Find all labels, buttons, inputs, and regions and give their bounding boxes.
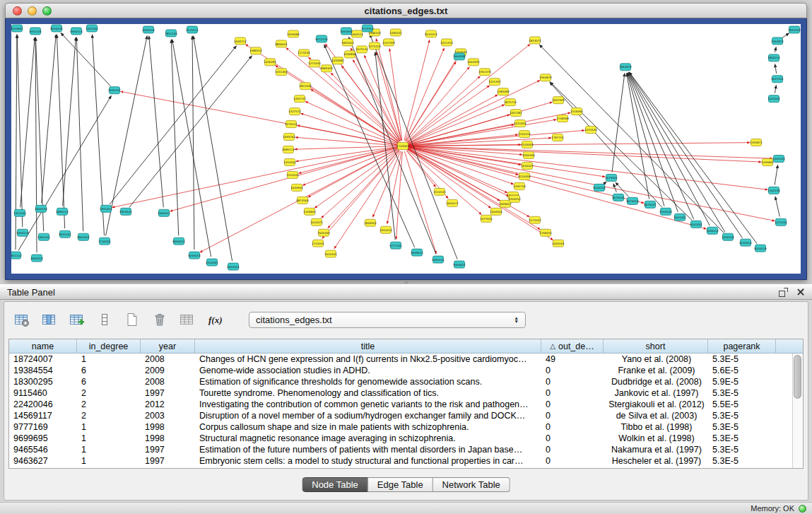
table-cell[interactable]: 5.3E-5	[708, 422, 776, 432]
table-cell[interactable]: 5.3E-5	[708, 445, 776, 455]
table-cell[interactable]: 5.9E-5	[708, 377, 776, 387]
table-cell[interactable]: Tourette syndrome. Phenomenology and cla…	[195, 388, 541, 398]
graph-node[interactable]: 1787751	[551, 134, 564, 141]
graph-node[interactable]: 1748508	[556, 115, 569, 122]
table-cell[interactable]: 9777169	[9, 422, 77, 432]
graph-node[interactable]: 9276141	[285, 121, 298, 128]
window-titlebar[interactable]: citations_edges.txt	[5, 3, 807, 18]
graph-node[interactable]: 1164416	[518, 131, 531, 138]
graph-node[interactable]: 1226281	[264, 59, 276, 66]
graph-node[interactable]: 8501221	[59, 230, 71, 238]
table-cell[interactable]: Franke et al. (2009)	[604, 366, 708, 375]
graph-node[interactable]: 1924501	[552, 240, 565, 247]
graph-node[interactable]: 9777131	[389, 242, 402, 249]
graph-node[interactable]: 1011254	[440, 39, 453, 46]
table-cell[interactable]: 0	[541, 388, 604, 398]
graph-node[interactable]: 1986012	[249, 47, 262, 54]
graph-node[interactable]: 1220081	[331, 57, 344, 64]
graph-node[interactable]: 1572247	[529, 216, 541, 223]
table-row[interactable]: 1938455462009Genome-wide association stu…	[9, 365, 803, 376]
table-cell[interactable]: Wolkin et al. (1998)	[604, 433, 708, 443]
table-row[interactable]: 977716911998Corpus callosum shape and si…	[9, 421, 803, 433]
table-cell[interactable]: 2008	[141, 377, 195, 387]
table-cell[interactable]: Genome-wide association studies in ADHD.	[195, 366, 541, 375]
minimize-button[interactable]	[28, 6, 37, 16]
graph-node[interactable]: 1194824	[303, 208, 316, 215]
graph-node[interactable]: 1664091	[467, 59, 480, 66]
graph-node[interactable]: 2610841	[11, 25, 23, 32]
graph-node[interactable]: 1173126	[298, 49, 310, 57]
table-cell[interactable]: 2	[77, 388, 141, 398]
graph-node[interactable]: 5951124	[29, 28, 42, 35]
graph-node[interactable]: 7742355	[98, 238, 111, 245]
table-row[interactable]: 2242004622012Investigating the contribut…	[9, 399, 803, 410]
table-cell[interactable]: 2008	[141, 354, 195, 364]
table-cell[interactable]: 6	[77, 366, 141, 375]
graph-node[interactable]: 5572312	[361, 25, 374, 32]
table-cell[interactable]: 0	[541, 445, 604, 455]
graph-node[interactable]: 9246014	[188, 252, 201, 259]
table-cell[interactable]: Estimation of the future numbers of pati…	[195, 445, 541, 455]
table-cell[interactable]: 1	[77, 445, 141, 455]
graph-node[interactable]: 1964874	[771, 37, 784, 45]
table-cell[interactable]: 1	[77, 422, 141, 432]
graph-node[interactable]: 1851030	[299, 83, 312, 90]
table-cell[interactable]: 0	[541, 399, 604, 409]
graph-node[interactable]: 1445103	[772, 155, 785, 162]
graph-node[interactable]: 1451264	[275, 69, 288, 76]
graph-node[interactable]: 9104150	[593, 184, 606, 191]
graph-node[interactable]: 9463627	[453, 261, 466, 268]
graph-node[interactable]: 9699614	[411, 249, 423, 256]
graph-node[interactable]: 1554162	[283, 158, 296, 165]
citation-network-graph[interactable]: 1724061185103012657311427512927614110937…	[11, 24, 801, 274]
table-cell[interactable]: 1997	[141, 388, 195, 398]
table-cell[interactable]: Corpus callosum shape and size in male p…	[195, 422, 541, 432]
column-header-short[interactable]: short	[604, 339, 708, 353]
graph-node[interactable]: 1221397	[488, 78, 501, 86]
table-row[interactable]: 946554611997Estimation of the future num…	[9, 444, 803, 455]
graph-node[interactable]: 1664090	[453, 53, 466, 60]
graph-node[interactable]: 1768455	[539, 229, 552, 236]
graph-node[interactable]: 1724061	[396, 143, 409, 150]
table-source-combobox[interactable]: citations_edges.txt ▲▼	[249, 312, 526, 328]
graph-node[interactable]: 1021504	[86, 25, 98, 32]
table-mode-icon[interactable]	[13, 310, 31, 329]
graph-node[interactable]: 1604477	[446, 199, 459, 206]
table-cell[interactable]: 49	[541, 354, 604, 364]
tab-edge-table[interactable]: Edge Table	[368, 477, 433, 492]
zoom-button[interactable]	[42, 6, 52, 16]
graph-node[interactable]: 1830022	[364, 219, 377, 226]
table-cell[interactable]: 0	[541, 433, 604, 443]
graph-node[interactable]: 9441031	[690, 221, 702, 228]
table-cell[interactable]: 14569117	[9, 411, 77, 421]
graph-node[interactable]: 7625349	[317, 229, 330, 236]
graph-node[interactable]: 5951014	[100, 205, 112, 212]
graph-node[interactable]: 1679391	[605, 174, 618, 181]
graph-node[interactable]: 2085113	[282, 146, 295, 153]
graph-node[interactable]: 1495759	[513, 182, 526, 189]
graph-node[interactable]: 1271055	[775, 218, 787, 226]
graph-node[interactable]: 1514545	[433, 188, 446, 195]
table-cell[interactable]: 0	[541, 366, 604, 375]
graph-node[interactable]: 9154409	[518, 173, 531, 180]
graph-node[interactable]: 9115411	[186, 26, 199, 33]
table-cell[interactable]: Changes of HCN gene expression and I(f) …	[195, 354, 541, 364]
graph-node[interactable]: 6553321	[206, 259, 218, 266]
graph-node[interactable]: 1875710	[504, 99, 517, 106]
table-cell[interactable]: 19384554	[9, 366, 77, 375]
graph-node[interactable]: 1204012	[508, 195, 521, 202]
graph-node[interactable]: 1095409	[522, 151, 535, 158]
graph-node[interactable]: 2605101	[108, 87, 121, 94]
graph-node[interactable]: 1813074	[529, 37, 541, 44]
table-cell[interactable]: 5.3E-5	[708, 433, 776, 443]
table-cell[interactable]: 2009	[141, 366, 195, 375]
table-cell[interactable]: 18724007	[9, 354, 77, 364]
table-cell[interactable]: 5.3E-5	[708, 388, 776, 398]
column-header-name[interactable]: name	[9, 339, 77, 353]
graph-node[interactable]: 9572724	[315, 35, 328, 42]
show-columns-icon[interactable]	[40, 310, 59, 329]
table-cell[interactable]: Tibbo et al. (1998)	[604, 422, 708, 432]
table-cell[interactable]: 0	[541, 422, 604, 432]
graph-node[interactable]: 2206848	[343, 51, 356, 58]
graph-node[interactable]: 1067487	[510, 110, 522, 117]
